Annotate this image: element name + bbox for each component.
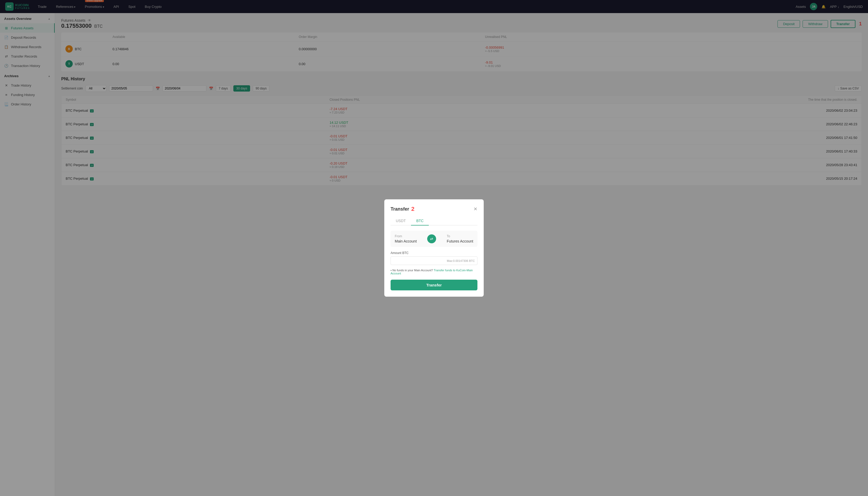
max-label: Max:0.00147306 BTC (447, 259, 475, 262)
amount-label: Amount BTC (391, 251, 477, 255)
no-funds-text: • No funds in your Main Account? (391, 269, 433, 272)
modal-title: Transfer (391, 206, 409, 212)
modal-header: Transfer 2 ✕ (391, 206, 477, 213)
no-funds-note: • No funds in your Main Account? Transfe… (391, 269, 477, 275)
modal-tabs: USDT BTC (391, 217, 477, 226)
modal-overlay: Transfer 2 ✕ USDT BTC From Main Account … (0, 0, 868, 496)
amount-input-wrap: Max:0.00147306 BTC (391, 257, 477, 265)
step2-badge: 2 (411, 206, 414, 213)
switch-accounts-button[interactable]: ⇄ (427, 234, 436, 243)
modal-close-button[interactable]: ✕ (474, 206, 477, 212)
modal-transfer-button[interactable]: Transfer (391, 280, 477, 290)
from-label: From (395, 234, 417, 238)
transfer-modal: Transfer 2 ✕ USDT BTC From Main Account … (384, 199, 484, 297)
modal-tab-btc[interactable]: BTC (411, 217, 429, 226)
from-to-row: From Main Account ⇄ To Futures Account (395, 234, 473, 243)
to-account: Futures Account (447, 239, 473, 243)
to-label: To (447, 234, 473, 238)
from-account: Main Account (395, 239, 417, 243)
modal-tab-usdt[interactable]: USDT (391, 217, 411, 226)
amount-section: Amount BTC Max:0.00147306 BTC (391, 251, 477, 265)
from-to-section: From Main Account ⇄ To Futures Account (391, 231, 477, 247)
